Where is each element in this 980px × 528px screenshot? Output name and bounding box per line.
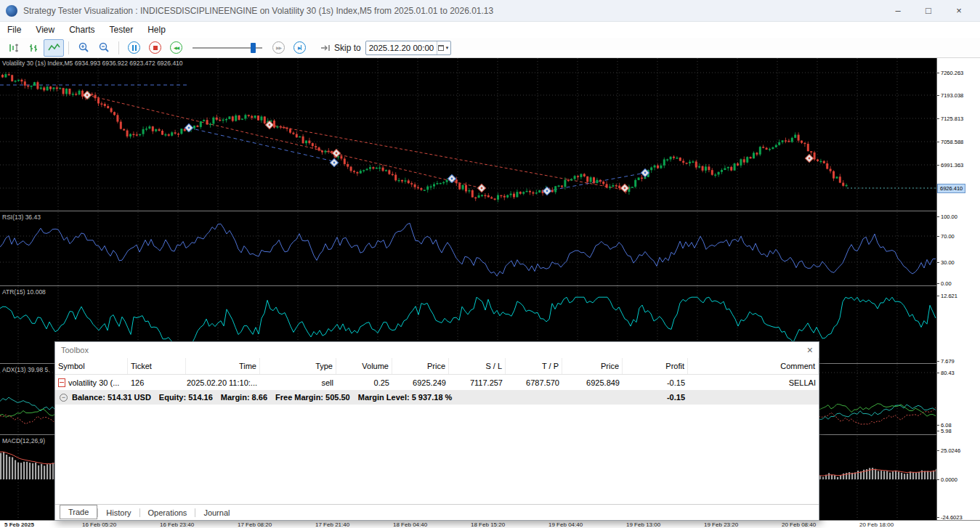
collapse-icon[interactable]: − — [60, 394, 68, 402]
menu-item-view[interactable]: View — [28, 25, 62, 35]
fast-forward-button[interactable]: ▶▶ — [272, 41, 285, 54]
bar-chart-mode-button[interactable] — [23, 39, 44, 57]
app-icon — [6, 5, 17, 17]
scale-tick: 30.00 — [941, 259, 955, 266]
table-row[interactable]: volatility 30 (...1262025.02.20 11:10:..… — [55, 375, 819, 390]
time-axis[interactable]: 5 Feb 202516 Feb 05:2016 Feb 23:4017 Feb… — [0, 520, 980, 528]
toolbox-tabs: TradeHistoryOperationsJournal — [55, 504, 819, 520]
price-scale[interactable]: 7260.2637193.0387125.8137058.5886991.363… — [936, 58, 980, 520]
maximize-button[interactable]: □ — [913, 0, 944, 21]
column-header-price[interactable]: Price — [562, 358, 623, 374]
tab-operations[interactable]: Operations — [140, 506, 195, 519]
scale-tick: 6991.363 — [941, 162, 963, 168]
zoom-out-button[interactable] — [94, 39, 114, 57]
calendar-dropdown-button[interactable]: ▼ — [437, 41, 450, 54]
rsi-label: RSI(13) 36.43 — [2, 214, 41, 221]
dropdown-caret-icon: ▼ — [445, 46, 449, 50]
time-axis-label: 20 Feb 18:00 — [859, 521, 894, 528]
chart-shift-button[interactable] — [3, 39, 23, 57]
zoom-in-button[interactable] — [73, 39, 94, 57]
time-axis-label: 19 Feb 23:20 — [704, 521, 738, 528]
chart-ohlc-label: Volatility 30 (1s) Index,M5 6934.993 693… — [2, 60, 183, 67]
cell: -0.15 — [623, 378, 688, 387]
fast-forward-icon: ▶▶ — [276, 45, 281, 50]
close-button[interactable]: × — [944, 0, 974, 21]
skip-to-group: Skip to — [320, 43, 361, 53]
zoom-out-icon — [99, 42, 110, 53]
tab-trade[interactable]: Trade — [60, 505, 97, 519]
column-header-time[interactable]: Time — [186, 358, 260, 374]
tab-journal[interactable]: Journal — [195, 506, 238, 519]
scale-tick: 12.621 — [941, 293, 957, 299]
cell: 2025.02.20 11:10:... — [186, 378, 260, 387]
zoom-in-icon — [78, 42, 89, 53]
time-axis-label: 18 Feb 04:40 — [393, 521, 427, 528]
scale-tick: 25.0246 — [941, 447, 960, 454]
skip-bar-icon — [301, 45, 302, 50]
balance-row[interactable]: − Balance: 514.31 USDEquity: 514.16Margi… — [55, 390, 819, 405]
bar-chart-icon — [28, 43, 39, 53]
candlestick-chart — [0, 58, 936, 211]
toolbox-table-header: SymbolTicketTimeTypeVolumePriceS / LT / … — [55, 358, 819, 375]
calendar-icon — [438, 45, 444, 51]
skip-date-input[interactable]: 2025.12.20 00:00 ▼ — [365, 41, 451, 55]
balance-segment: Free Margin: 505.50 — [275, 393, 350, 402]
adx-label: ADX(13) 39.98 5. — [2, 366, 50, 373]
speed-slider-handle[interactable] — [251, 43, 256, 53]
scale-tick: 0.00 — [941, 280, 952, 287]
column-header-t-p[interactable]: T / P — [506, 358, 562, 374]
panel-divider[interactable] — [0, 285, 980, 286]
candles — [1, 72, 848, 202]
scale-tick: 0.0000 — [941, 476, 957, 483]
column-header-profit[interactable]: Profit — [623, 358, 688, 374]
time-axis-label: 17 Feb 08:20 — [238, 521, 272, 528]
main-chart-panel[interactable]: Volatility 30 (1s) Index,M5 6934.993 693… — [0, 58, 936, 211]
skip-to-label: Skip to — [334, 43, 361, 53]
column-header-type[interactable]: Type — [260, 358, 336, 374]
scale-tick: 100.00 — [941, 214, 957, 220]
speed-slider[interactable] — [193, 42, 262, 54]
menu-item-help[interactable]: Help — [140, 25, 173, 35]
pause-icon — [132, 45, 137, 51]
rsi-panel[interactable]: RSI(13) 36.43 — [0, 212, 936, 285]
balance-profit: -0.15 — [623, 393, 685, 402]
menu-item-file[interactable]: File — [0, 25, 28, 35]
toolbox-close-icon[interactable]: × — [807, 345, 813, 355]
minimize-button[interactable]: – — [883, 0, 913, 21]
balance-segment: Equity: 514.16 — [159, 393, 213, 402]
time-axis-label: 18 Feb 15:20 — [471, 521, 505, 528]
toolbox-titlebar[interactable]: Toolbox × — [55, 342, 819, 358]
cell: SELLAI — [688, 378, 819, 387]
cell: sell — [260, 378, 336, 387]
column-header-ticket[interactable]: Ticket — [128, 358, 186, 374]
column-header-price[interactable]: Price — [392, 358, 449, 374]
skip-to-icon — [320, 44, 331, 52]
scale-tick: 70.00 — [941, 233, 955, 240]
cell: 126 — [128, 378, 186, 387]
pause-button[interactable] — [128, 41, 140, 54]
line-chart-icon — [48, 43, 60, 52]
rewind-button[interactable]: ◀◀ — [170, 41, 182, 54]
tab-history[interactable]: History — [98, 506, 139, 519]
window-title: Strategy Tester Visualization : INDICESD… — [23, 6, 493, 16]
scale-tick: 5.98 — [941, 428, 952, 434]
column-header-comment[interactable]: Comment — [688, 358, 819, 374]
balance-segment: Margin Level: 5 937.18 % — [358, 393, 453, 402]
panel-divider[interactable] — [0, 211, 980, 211]
rewind-icon: ◀◀ — [174, 45, 179, 50]
window-controls: – □ × — [883, 0, 974, 21]
current-price-badge: 6926.410 — [937, 184, 965, 193]
scale-tick: 7058.588 — [941, 139, 963, 145]
skip-to-end-button[interactable]: ▶ — [293, 41, 306, 54]
time-axis-label: 16 Feb 23:40 — [160, 521, 194, 528]
stop-button[interactable] — [149, 41, 161, 54]
column-header-volume[interactable]: Volume — [336, 358, 392, 374]
menu-item-charts[interactable]: Charts — [62, 25, 102, 35]
toolbox-empty-area — [55, 405, 819, 504]
column-header-symbol[interactable]: Symbol — [55, 358, 128, 374]
scale-tick: 7.679 — [941, 358, 955, 365]
column-header-s-l[interactable]: S / L — [449, 358, 506, 374]
scale-tick: 80.43 — [941, 370, 955, 376]
line-chart-mode-button[interactable] — [44, 39, 64, 57]
menu-item-tester[interactable]: Tester — [102, 25, 140, 35]
